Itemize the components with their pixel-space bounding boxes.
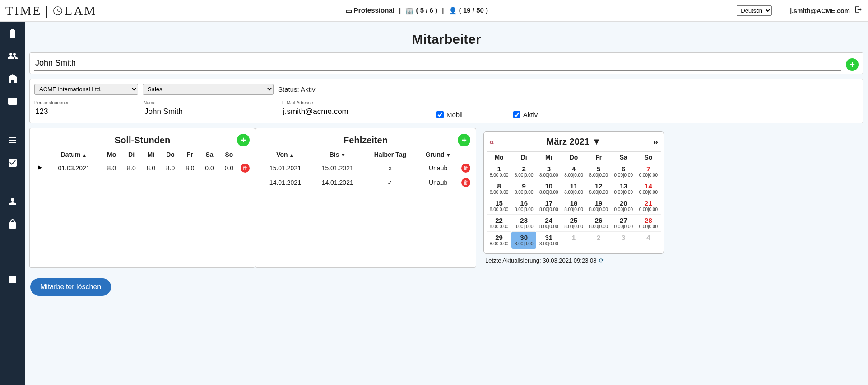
cal-day-cell[interactable]: 2 (586, 231, 611, 249)
col-halber[interactable]: Halber Tag (364, 148, 417, 161)
soll-title: Soll-Stunden (115, 135, 170, 146)
cal-day-cell[interactable]: 238.00|0.00 (511, 214, 536, 231)
id-card-icon: ▭ (346, 7, 352, 15)
cal-day-cell[interactable]: 258.00|0.00 (561, 214, 586, 231)
employee-search-input[interactable] (34, 56, 841, 71)
col-so[interactable]: So (219, 148, 239, 161)
cal-day-cell[interactable]: 248.00|0.00 (536, 214, 561, 231)
add-fehl-button[interactable]: + (458, 134, 470, 146)
cal-day-cell[interactable]: 3 (611, 231, 636, 249)
mobil-label: Mobil (446, 111, 463, 118)
cal-day-cell[interactable]: 108.00|0.00 (536, 180, 561, 197)
cal-day-cell[interactable]: 28.00|0.00 (511, 163, 536, 180)
cal-day-cell[interactable]: 128.00|0.00 (586, 180, 611, 197)
cal-day-cell[interactable]: 270.00|0.00 (611, 214, 636, 231)
detail-card: ACME International Ltd. Sales Status: Ak… (29, 79, 863, 123)
soll-panel: Soll-Stunden + Datum▲ Mo Di Mi Do Fr Sa … (29, 128, 255, 268)
aktiv-checkbox-group[interactable]: Aktiv (513, 111, 538, 118)
nav-check[interactable] (5, 155, 21, 170)
delete-fehl-row-button[interactable]: 🗑 (461, 164, 470, 173)
cal-dow: Sa (611, 151, 636, 163)
cal-day-cell[interactable]: 318.00|0.00 (536, 231, 561, 249)
cal-day-cell[interactable]: 280.00|0.00 (636, 214, 661, 231)
cal-day-cell[interactable]: 158.00|0.00 (487, 197, 511, 214)
name-label: Name (144, 100, 277, 105)
cal-day-cell[interactable]: 268.00|0.00 (586, 214, 611, 231)
cal-day-cell[interactable]: 4 (636, 231, 661, 249)
cal-day-cell[interactable]: 200.00|0.00 (611, 197, 636, 214)
user-icon: 👤 (449, 7, 457, 15)
col-do[interactable]: Do (161, 148, 180, 161)
fehl-panel: Fehlzeiten + Von▲ Bis▼ Halber Tag Grund▼… (255, 128, 476, 268)
company-select[interactable]: ACME International Ltd. (34, 84, 138, 95)
mobil-checkbox[interactable] (436, 111, 444, 118)
add-soll-button[interactable]: + (237, 134, 250, 146)
cal-day-cell[interactable]: 140.00|0.00 (636, 180, 661, 197)
fehl-row[interactable]: 14.01.2021 14.01.2021 ✓ Urlaub 🗑 (259, 175, 472, 190)
cal-day-cell[interactable]: 1 (561, 231, 586, 249)
cal-dow: Fr (586, 151, 611, 163)
page-title: Mitarbeiter (25, 22, 868, 52)
col-fr[interactable]: Fr (180, 148, 200, 161)
cal-day-cell[interactable]: 168.00|0.00 (511, 197, 536, 214)
nav-card[interactable] (5, 94, 21, 108)
logout-icon[interactable] (854, 5, 863, 16)
nav-employees[interactable] (5, 49, 21, 63)
cal-day-cell[interactable]: 298.00|0.00 (487, 231, 511, 249)
col-bis[interactable]: Bis▼ (311, 148, 364, 161)
nav-group[interactable] (5, 194, 21, 209)
nav-lock[interactable] (5, 217, 21, 231)
cal-day-cell[interactable]: 60.00|0.00 (611, 163, 636, 180)
sidebar (0, 22, 25, 385)
cal-day-cell[interactable]: 70.00|0.00 (636, 163, 661, 180)
cal-next-button[interactable]: » (653, 136, 658, 147)
nav-building[interactable] (5, 71, 21, 86)
cal-day-cell[interactable]: 130.00|0.00 (611, 180, 636, 197)
col-di[interactable]: Di (121, 148, 141, 161)
aktiv-checkbox[interactable] (513, 111, 520, 118)
delete-fehl-row-button[interactable]: 🗑 (461, 178, 470, 187)
col-mi[interactable]: Mi (141, 148, 161, 161)
col-datum[interactable]: Datum▲ (46, 148, 102, 161)
department-select[interactable]: Sales (143, 84, 274, 95)
cal-title[interactable]: März 2021 ▼ (547, 136, 601, 147)
plan-label: Professional (354, 6, 395, 14)
cal-day-cell[interactable]: 118.00|0.00 (561, 180, 586, 197)
fehl-row[interactable]: 15.01.2021 15.01.2021 x Urlaub 🗑 (259, 161, 472, 175)
nav-list[interactable] (5, 133, 21, 147)
play-icon[interactable] (33, 161, 46, 175)
mobil-checkbox-group[interactable]: Mobil (436, 111, 463, 118)
soll-row[interactable]: 01.03.2021 8.0 8.0 8.0 8.0 8.0 0.0 0.0 🗑 (33, 161, 251, 175)
cal-day-cell[interactable]: 228.00|0.00 (487, 214, 511, 231)
col-mo[interactable]: Mo (102, 148, 121, 161)
nav-clipboard[interactable] (5, 26, 21, 41)
refresh-icon[interactable]: ⟳ (599, 257, 604, 264)
delete-employee-button[interactable]: Mitarbeiter löschen (30, 278, 111, 296)
nav-book[interactable] (5, 272, 21, 286)
building-icon: 🏢 (405, 7, 414, 15)
col-grund[interactable]: Grund▼ (417, 148, 460, 161)
col-sa[interactable]: Sa (200, 148, 219, 161)
buildings-count: ( 5 / 6 ) (416, 6, 438, 14)
cal-day-cell[interactable]: 58.00|0.00 (586, 163, 611, 180)
cal-day-cell[interactable]: 210.00|0.00 (636, 197, 661, 214)
name-input[interactable] (144, 105, 277, 118)
main-content: Mitarbeiter + ACME International Ltd. Sa… (25, 22, 868, 385)
cal-day-cell[interactable]: 18.00|0.00 (487, 163, 511, 180)
cal-day-cell[interactable]: 48.00|0.00 (561, 163, 586, 180)
cal-day-cell[interactable]: 88.00|0.00 (487, 180, 511, 197)
header-info: ▭ Professional | 🏢 ( 5 / 6 ) | 👤 ( 19 / … (97, 6, 737, 15)
cal-day-cell[interactable]: 98.00|0.00 (511, 180, 536, 197)
cal-day-cell[interactable]: 38.00|0.00 (536, 163, 561, 180)
personal-number-input[interactable] (34, 105, 138, 118)
cal-day-cell[interactable]: 308.00|0.00 (511, 231, 536, 249)
email-input[interactable] (282, 105, 418, 118)
cal-day-cell[interactable]: 198.00|0.00 (586, 197, 611, 214)
cal-day-cell[interactable]: 178.00|0.00 (536, 197, 561, 214)
col-von[interactable]: Von▲ (259, 148, 311, 161)
cal-prev-button[interactable]: « (489, 136, 494, 147)
cal-day-cell[interactable]: 188.00|0.00 (561, 197, 586, 214)
add-employee-button[interactable]: + (846, 58, 859, 71)
delete-soll-row-button[interactable]: 🗑 (241, 164, 250, 173)
language-select[interactable]: Deutsch (737, 5, 772, 16)
